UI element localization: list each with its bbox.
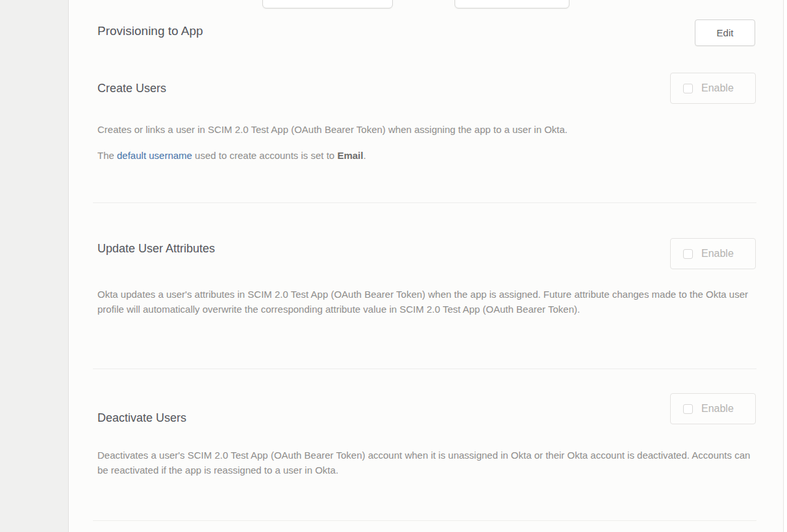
note-middle: used to create accounts is set to (192, 150, 337, 161)
enable-checkbox[interactable] (683, 84, 693, 93)
enable-toggle-deactivate-users[interactable]: Enable (670, 393, 756, 424)
section-divider (93, 202, 756, 203)
truncated-field-2[interactable] (455, 0, 569, 8)
enable-toggle-create-users[interactable]: Enable (670, 73, 756, 104)
section-heading-create-users: Create Users (97, 82, 166, 95)
enable-toggle-update-user-attributes[interactable]: Enable (670, 238, 756, 269)
default-username-link[interactable]: default username (117, 150, 192, 161)
create-users-description: Creates or links a user in SCIM 2.0 Test… (97, 122, 757, 137)
enable-checkbox[interactable] (683, 404, 693, 414)
section-divider (93, 369, 756, 369)
enable-label: Enable (701, 82, 734, 94)
deactivate-users-description: Deactivates a user's SCIM 2.0 Test App (… (97, 448, 757, 478)
enable-label: Enable (701, 403, 734, 415)
username-value: Email (337, 150, 363, 161)
truncated-field-1[interactable] (262, 0, 393, 8)
create-users-username-note: The default username used to create acco… (97, 148, 757, 163)
section-divider (93, 520, 756, 521)
provisioning-panel: Provisioning to App Edit Create Users En… (69, 0, 784, 532)
section-heading-update-user-attributes: Update User Attributes (97, 242, 215, 256)
update-user-attributes-description: Okta updates a user's attributes in SCIM… (97, 287, 757, 317)
left-rail (0, 0, 69, 532)
edit-button[interactable]: Edit (695, 19, 755, 46)
section-heading-deactivate-users: Deactivate Users (97, 411, 186, 425)
enable-label: Enable (701, 248, 734, 260)
note-prefix: The (97, 150, 117, 161)
note-suffix: . (363, 150, 366, 161)
enable-checkbox[interactable] (683, 249, 693, 259)
page-title: Provisioning to App (97, 24, 203, 38)
